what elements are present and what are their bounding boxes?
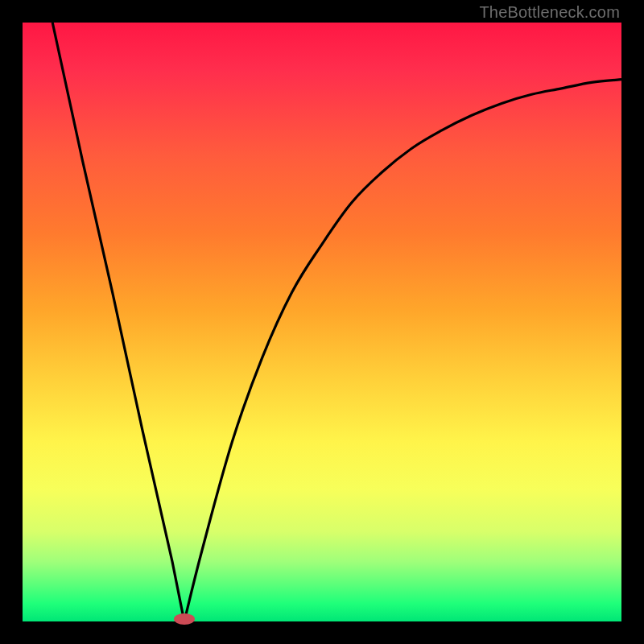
plot-area — [23, 23, 621, 621]
curve-layer — [23, 23, 621, 621]
minimum-marker — [174, 613, 195, 625]
right-branch-line — [184, 80, 621, 621]
chart-frame: TheBottleneck.com — [0, 0, 644, 644]
watermark-text: TheBottleneck.com — [479, 3, 620, 22]
left-branch-line — [52, 23, 184, 621]
